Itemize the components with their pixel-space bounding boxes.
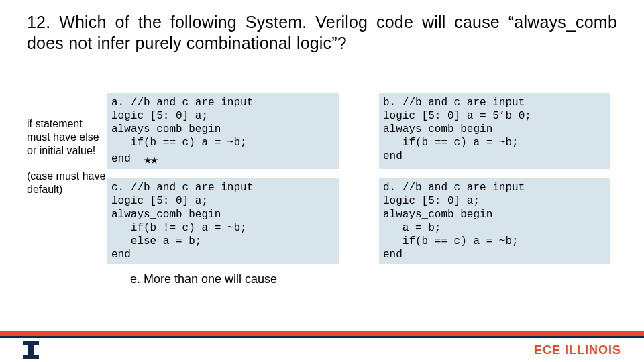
- option-a: a. //b and c are input logic [5: 0] a; a…: [107, 93, 339, 169]
- ece-illinois-label: ECE ILLINOIS: [534, 343, 621, 357]
- footer-stripe-orange: [0, 331, 644, 336]
- side-note: if statement must have else or initial v…: [27, 93, 107, 264]
- options-grid: a. //b and c are input logic [5: 0] a; a…: [107, 93, 617, 264]
- option-c: c. //b and c are input logic [5: 0] a; a…: [107, 178, 339, 264]
- footer: ECE ILLINOIS: [0, 331, 644, 362]
- question-text: 12. Which of the following System. Veril…: [27, 12, 617, 54]
- option-e: e. More than one will cause: [130, 272, 617, 286]
- sidenote-line-1: if statement must have else or initial v…: [27, 117, 107, 158]
- option-b: b. //b and c are input logic [5: 0] a = …: [379, 93, 610, 169]
- star-icon: ★★: [144, 152, 157, 168]
- option-d: d. //b and c are input logic [5: 0] a; a…: [379, 178, 610, 264]
- illinois-logo-icon: [23, 341, 39, 359]
- option-a-code: a. //b and c are input logic [5: 0] a; a…: [111, 97, 253, 165]
- sidenote-line-2: (case must have default): [27, 170, 107, 196]
